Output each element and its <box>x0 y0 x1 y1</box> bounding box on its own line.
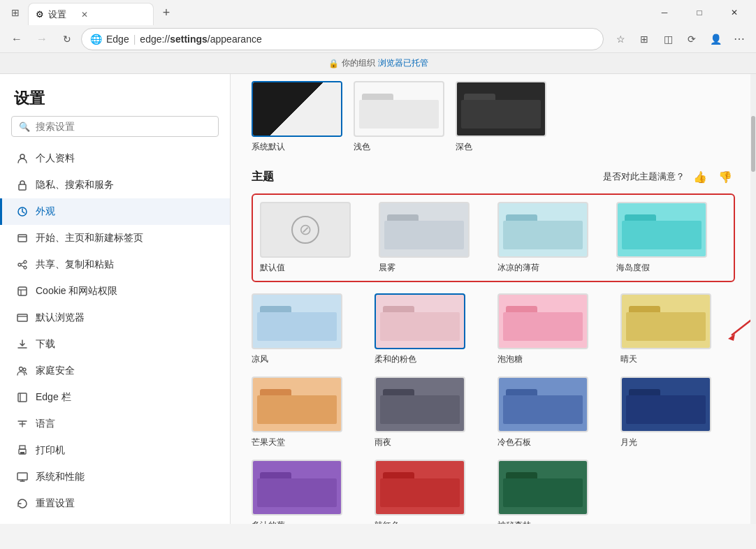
back-button[interactable]: ← <box>6 28 28 50</box>
sidebar-item-default-browser[interactable]: 默认浏览器 <box>0 305 230 331</box>
sidebar-item-label: 隐私、搜索和服务 <box>36 179 114 191</box>
sidebar-item-share[interactable]: 共享、复制和粘贴 <box>0 251 230 278</box>
theme-island[interactable]: 海岛度假 <box>616 202 727 274</box>
theme-name: 柔和的粉色 <box>375 353 416 365</box>
sidebar-item-edge-bar[interactable]: Edge 栏 <box>0 384 230 411</box>
favorites-button[interactable]: ☆ <box>609 28 632 50</box>
theme-name: 凉风 <box>252 353 268 365</box>
sidebar-item-label: 重置设置 <box>36 497 75 510</box>
theme-name: 雨夜 <box>375 437 391 448</box>
search-box[interactable]: 🔍 <box>11 116 219 137</box>
sidebar-item-mobile[interactable]: 手机和其他设备 <box>0 517 230 524</box>
sidebar-item-language[interactable]: 语言 <box>0 411 230 437</box>
browser-essentials-button[interactable]: ⟳ <box>681 28 703 50</box>
main-content: 系统默认 浅色 深色 <box>231 74 756 524</box>
svg-rect-7 <box>18 287 27 295</box>
top-themes-row: 系统默认 浅色 深色 <box>252 81 735 153</box>
profile-button[interactable]: 👤 <box>704 28 727 50</box>
svg-point-4 <box>24 261 27 263</box>
browser-logo: 🌐 <box>90 34 102 45</box>
svg-point-0 <box>20 154 24 159</box>
profile-icon <box>16 152 29 165</box>
theme-soft-pink[interactable]: 柔和的粉色 <box>375 293 489 365</box>
sidebar-item-label: 个人资料 <box>36 152 75 165</box>
theme-name: 海岛度假 <box>616 262 650 274</box>
address-bar[interactable]: 🌐 Edge | edge://settings/appearance <box>81 28 604 50</box>
theme-moonlight[interactable]: 月光 <box>620 376 735 448</box>
new-tab-button[interactable]: + <box>157 3 176 22</box>
theme-chili-red[interactable]: 辣红色 <box>375 460 489 524</box>
sidebar-item-appearance[interactable]: 外观 <box>0 198 230 225</box>
svg-rect-15 <box>20 446 25 449</box>
downloads-icon <box>16 338 29 351</box>
sidebar-item-newtab[interactable]: 开始、主页和新建标签页 <box>0 225 230 251</box>
tab-close-button[interactable]: ✕ <box>79 9 90 20</box>
svg-rect-1 <box>19 184 26 190</box>
themes-row-1-highlighted: ⊘ 默认值 晨雾 <box>252 193 735 282</box>
theme-dark[interactable]: 深色 <box>456 81 546 153</box>
tab-icon: ⚙ <box>36 9 44 20</box>
scrollbar-thumb[interactable] <box>751 116 755 172</box>
theme-cool-breeze[interactable]: 凉风 <box>252 293 366 365</box>
active-tab[interactable]: ⚙ 设置 ✕ <box>28 3 154 25</box>
sidebar: 设置 🔍 个人资料 隐私、搜索和服务 外观 开 <box>0 74 231 524</box>
sidebar-item-label: 家庭安全 <box>36 365 75 377</box>
theme-section-title: 主题 <box>252 170 274 184</box>
minimize-button[interactable]: ─ <box>648 1 681 24</box>
sidebar-item-cookies[interactable]: Cookie 和网站权限 <box>0 278 230 305</box>
theme-default[interactable]: ⊘ 默认值 <box>260 202 370 274</box>
svg-rect-18 <box>17 473 27 480</box>
maximize-button[interactable]: □ <box>683 1 715 24</box>
thumbs-up-button[interactable]: 👍 <box>690 167 710 186</box>
managed-link[interactable]: 浏览器已托管 <box>378 57 428 69</box>
sidebar-item-family[interactable]: 家庭安全 <box>0 358 230 384</box>
theme-secret-forest[interactable]: 神秘森林 <box>497 460 612 524</box>
sidebar-item-print[interactable]: 打印机 <box>0 437 230 464</box>
scrollbar-track[interactable] <box>750 74 756 524</box>
sidebar-item-label: 语言 <box>36 418 55 430</box>
cookies-icon <box>16 285 29 298</box>
theme-name: 多汁的葡 <box>252 520 285 524</box>
theme-rainy-night[interactable]: 雨夜 <box>375 376 489 448</box>
search-icon: 🔍 <box>19 122 30 132</box>
forward-button[interactable]: → <box>31 28 53 50</box>
sidebar-item-label: 系统和性能 <box>36 471 85 483</box>
theme-juicy-grape[interactable]: 多汁的葡 <box>252 460 366 524</box>
theme-bubblegum[interactable]: 泡泡糖 <box>497 293 612 365</box>
svg-point-12 <box>23 368 26 371</box>
svg-rect-13 <box>18 393 27 402</box>
theme-name: 辣红色 <box>375 520 400 524</box>
search-input[interactable] <box>36 121 211 132</box>
address-url: edge://settings/appearance <box>140 34 261 45</box>
sidebar-item-label: 默认浏览器 <box>36 312 85 324</box>
theme-label: 系统默认 <box>252 141 285 153</box>
sidebar-item-system[interactable]: 系统和性能 <box>0 464 230 490</box>
svg-rect-3 <box>18 235 27 242</box>
split-screen-button[interactable]: ◫ <box>657 28 679 50</box>
theme-light[interactable]: 浅色 <box>354 81 444 153</box>
sidebar-toggle-button[interactable]: ⊞ <box>6 3 25 22</box>
svg-rect-10 <box>17 314 27 321</box>
address-brand: Edge <box>106 34 129 45</box>
theme-system-default[interactable]: 系统默认 <box>252 81 342 153</box>
settings-container: 设置 🔍 个人资料 隐私、搜索和服务 外观 开 <box>0 74 756 524</box>
theme-cool-slate[interactable]: 冷色石板 <box>497 376 612 448</box>
collections-button[interactable]: ⊞ <box>633 28 655 50</box>
sidebar-item-reset[interactable]: 重置设置 <box>0 490 230 517</box>
sidebar-item-label: 下载 <box>36 338 55 351</box>
sidebar-item-profile[interactable]: 个人资料 <box>0 145 230 172</box>
sidebar-item-privacy[interactable]: 隐私、搜索和服务 <box>0 172 230 198</box>
theme-mango[interactable]: 芒果天堂 <box>252 376 366 448</box>
more-button[interactable]: ⋯ <box>728 28 750 50</box>
close-button[interactable]: ✕ <box>718 1 750 24</box>
theme-sunny[interactable]: 晴天 <box>620 293 735 365</box>
browser-chrome: ⊞ ⚙ 设置 ✕ + ─ □ ✕ ← → ↻ 🌐 Edge | edge://s… <box>0 0 756 74</box>
themes-row-3: 芒果天堂 雨夜 冷色石板 <box>252 376 735 448</box>
newtab-icon <box>16 232 29 244</box>
print-icon <box>16 444 29 457</box>
theme-cool-mint[interactable]: 冰凉的薄荷 <box>497 202 608 274</box>
thumbs-down-button[interactable]: 👎 <box>715 167 735 186</box>
sidebar-item-downloads[interactable]: 下载 <box>0 331 230 358</box>
refresh-button[interactable]: ↻ <box>56 28 78 50</box>
theme-mist[interactable]: 晨雾 <box>379 202 489 274</box>
